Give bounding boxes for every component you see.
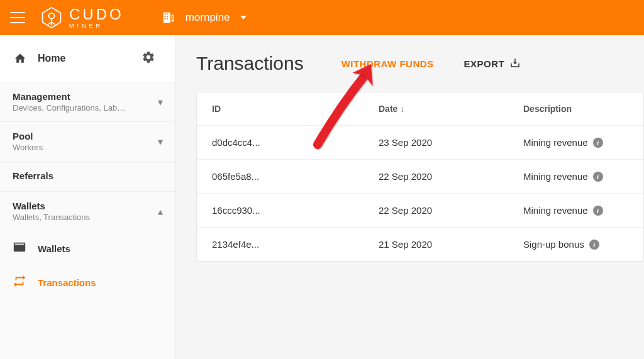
- table-header-row: ID Date ↓ Description: [197, 92, 643, 126]
- chevron-up-icon: ▴: [158, 206, 163, 218]
- cell-id: d0dc4cc4...: [212, 137, 379, 148]
- brand-name: CUDO: [69, 7, 124, 22]
- cell-desc: Sign-up bonusi: [523, 239, 628, 250]
- chevron-down-icon: ▾: [158, 96, 163, 108]
- app-header: CUDO MINER mornpine: [0, 0, 644, 35]
- cell-desc: Mining revenuei: [523, 205, 628, 216]
- download-icon: [509, 57, 521, 70]
- nav-pool-title: Pool: [13, 131, 43, 141]
- sort-desc-icon: ↓: [400, 104, 404, 114]
- table-row[interactable]: 16ccc930...22 Sep 2020Mining revenuei: [197, 194, 643, 228]
- transactions-table: ID Date ↓ Description d0dc4cc4...23 Sep …: [196, 92, 644, 262]
- cell-date: 21 Sep 2020: [379, 239, 523, 250]
- column-id-header[interactable]: ID: [212, 104, 379, 114]
- cell-id: 065fe5a8...: [212, 171, 379, 182]
- table-row[interactable]: d0dc4cc4...23 Sep 2020Mining revenuei: [197, 126, 643, 160]
- sidebar: Home Management Devices, Configurations,…: [0, 35, 176, 359]
- nav-referrals[interactable]: Referrals: [0, 162, 175, 192]
- export-label: EXPORT: [464, 58, 505, 69]
- table-row[interactable]: 065fe5a8...22 Sep 2020Mining revenuei: [197, 160, 643, 194]
- nav-home[interactable]: Home: [0, 35, 175, 82]
- nav-wallets-item[interactable]: Wallets: [0, 231, 175, 265]
- nav-wallets-section[interactable]: Wallets Wallets, Transactions ▴: [0, 192, 175, 231]
- swap-icon: [13, 274, 28, 290]
- column-date-header[interactable]: Date ↓: [379, 104, 523, 114]
- page-header: Transactions WITHDRAW FUNDS EXPORT: [196, 53, 644, 74]
- chevron-down-icon: [240, 16, 247, 19]
- info-icon[interactable]: i: [593, 172, 603, 182]
- chevron-down-icon: ▾: [158, 136, 163, 148]
- nav-pool[interactable]: Pool Workers ▾: [0, 122, 175, 162]
- cell-date: 22 Sep 2020: [379, 171, 523, 182]
- menu-icon[interactable]: [10, 10, 25, 25]
- home-icon: [13, 52, 28, 65]
- card-icon: [13, 240, 28, 257]
- column-desc-header[interactable]: Description: [523, 104, 628, 114]
- org-name: mornpine: [186, 11, 230, 24]
- nav-referrals-title: Referrals: [13, 170, 53, 181]
- info-icon[interactable]: i: [593, 138, 603, 148]
- brand-logo[interactable]: CUDO MINER: [40, 6, 124, 29]
- cell-date: 23 Sep 2020: [379, 137, 523, 148]
- building-icon: [162, 11, 175, 25]
- nav-home-label: Home: [38, 53, 65, 64]
- cell-date: 22 Sep 2020: [379, 205, 523, 216]
- brand-sub: MINER: [69, 23, 124, 29]
- withdraw-funds-button[interactable]: WITHDRAW FUNDS: [341, 58, 434, 69]
- cell-id: 16ccc930...: [212, 205, 379, 216]
- cell-desc: Mining revenuei: [523, 171, 628, 182]
- nav-transactions-item[interactable]: Transactions: [0, 265, 175, 299]
- table-row[interactable]: 2134ef4e...21 Sep 2020Sign-up bonusi: [197, 228, 643, 261]
- nav-management-sub: Devices, Configurations, Lab…: [13, 103, 125, 113]
- nav-management[interactable]: Management Devices, Configurations, Lab……: [0, 82, 175, 122]
- org-selector[interactable]: mornpine: [162, 11, 247, 25]
- cell-desc: Mining revenuei: [523, 137, 628, 148]
- info-icon[interactable]: i: [593, 206, 603, 216]
- nav-wallets-label: Wallets: [38, 243, 70, 254]
- settings-button[interactable]: [134, 45, 163, 72]
- nav-pool-sub: Workers: [13, 143, 43, 152]
- cudo-logo-icon: [40, 6, 63, 29]
- cell-id: 2134ef4e...: [212, 239, 379, 250]
- svg-point-0: [49, 13, 55, 19]
- nav-transactions-label: Transactions: [38, 277, 96, 288]
- export-button[interactable]: EXPORT: [464, 57, 521, 70]
- page-title: Transactions: [196, 53, 304, 74]
- nav-management-title: Management: [13, 91, 125, 102]
- main-content: Transactions WITHDRAW FUNDS EXPORT ID Da…: [176, 35, 644, 359]
- nav-wallets-title: Wallets: [13, 201, 90, 211]
- gear-icon: [142, 50, 155, 64]
- info-icon[interactable]: i: [589, 240, 599, 250]
- nav-wallets-sub: Wallets, Transactions: [13, 213, 90, 222]
